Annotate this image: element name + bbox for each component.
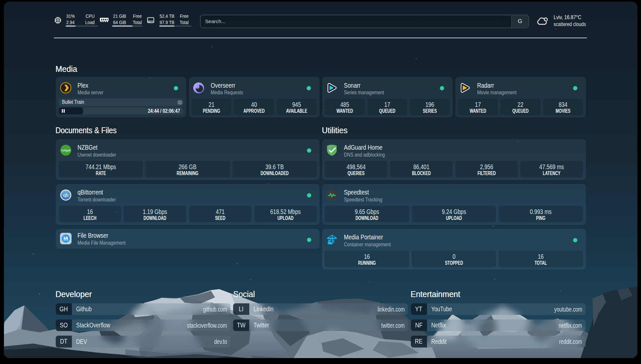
svg-text:nzbget: nzbget (61, 148, 70, 152)
svg-text:qb: qb (63, 192, 68, 197)
